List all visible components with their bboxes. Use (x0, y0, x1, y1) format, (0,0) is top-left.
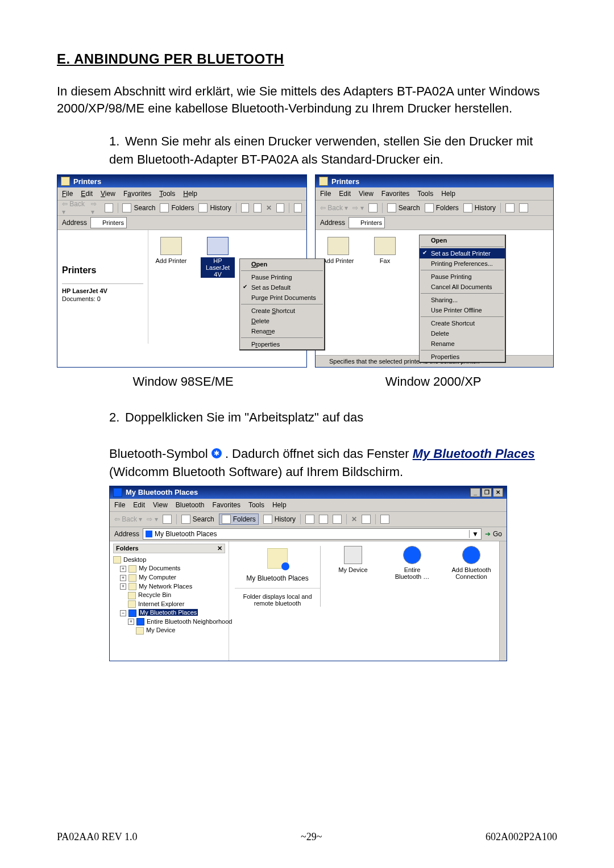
ctx-preferences[interactable]: Printing Preferences... (420, 258, 505, 269)
copy-icon[interactable] (319, 515, 328, 524)
menu-favorites[interactable]: Favorites (123, 190, 151, 198)
menu-tools[interactable]: Tools (248, 501, 264, 509)
ctx-rename[interactable]: Rename (420, 339, 505, 349)
tree-entire-bt[interactable]: +Entire Bluetooth Neighborhood (113, 617, 225, 627)
address-field[interactable]: Printers (349, 217, 385, 228)
ctx-purge[interactable]: Purge Print Documents (240, 293, 324, 303)
back-button[interactable]: ⇦ Back ▾ (320, 204, 348, 212)
menu-favorites[interactable]: Favorites (381, 190, 409, 198)
ctx-delete[interactable]: Delete (420, 328, 505, 339)
ctx-delete[interactable]: Delete (240, 316, 324, 326)
up-icon[interactable] (163, 515, 172, 524)
menu-tools[interactable]: Tools (159, 190, 175, 198)
tool-icon[interactable] (254, 203, 262, 212)
ctx-properties[interactable]: Properties (240, 339, 324, 349)
ctx-shortcut[interactable]: Create Shortcut (420, 318, 505, 328)
folder-tree[interactable]: Desktop +My Documents +My Computer +My N… (113, 556, 225, 635)
ctx-properties[interactable]: Properties (420, 352, 505, 362)
menu-file[interactable]: File (114, 501, 125, 509)
history-button[interactable]: History (463, 203, 496, 212)
tree-my-computer[interactable]: +My Computer (113, 573, 225, 582)
printer-item-selected[interactable]: HP LaserJet 4V (201, 237, 235, 278)
ctx-open[interactable]: Open (240, 259, 324, 269)
ctx-sharing[interactable]: Sharing... (420, 295, 505, 305)
tree-desktop[interactable]: Desktop (113, 556, 225, 565)
folders-button[interactable]: Folders (219, 514, 259, 525)
go-button[interactable]: ➔Go (485, 530, 502, 538)
cut-icon[interactable] (305, 515, 314, 524)
address-field[interactable]: My Bluetooth Places ▼ (143, 528, 482, 540)
undo-icon[interactable] (276, 203, 284, 212)
menu-help[interactable]: Help (272, 501, 287, 509)
ctx-open[interactable]: Open (420, 235, 505, 245)
menubar[interactable]: File Edit View Favorites Tools Help (57, 187, 306, 201)
maximize-button[interactable]: ❐ (482, 488, 492, 497)
add-printer-item[interactable]: Add Printer (154, 237, 188, 264)
ctx-offline[interactable]: Use Printer Offline (420, 305, 505, 315)
context-menu[interactable]: Open Pause Printing Set as Default Purge… (239, 258, 325, 350)
menu-favorites[interactable]: Favorites (213, 501, 240, 509)
tree-my-device[interactable]: My Device (113, 626, 225, 635)
context-menu[interactable]: Open Set as Default Printer Printing Pre… (419, 235, 506, 363)
menu-edit[interactable]: Edit (81, 190, 93, 198)
properties-icon[interactable] (362, 515, 371, 524)
menu-file[interactable]: File (62, 190, 73, 198)
fax-item[interactable]: Fax (368, 237, 402, 264)
ctx-pause[interactable]: Pause Printing (420, 272, 505, 282)
close-button[interactable]: ✕ (493, 488, 503, 497)
add-printer-item[interactable]: Add Printer (321, 237, 355, 264)
menu-edit[interactable]: Edit (339, 190, 351, 198)
delete-x-icon[interactable]: ✕ (351, 515, 357, 523)
tool-icon[interactable] (505, 203, 515, 212)
menubar[interactable]: File Edit View Favorites Tools Help (316, 187, 553, 201)
back-button[interactable]: ⇦ Back ▾ (114, 515, 142, 523)
search-button[interactable]: Search (387, 203, 420, 212)
tree-recycle-bin[interactable]: Recycle Bin (113, 591, 225, 600)
back-button[interactable]: ⇦ Back ▾ (62, 200, 86, 216)
ctx-rename[interactable]: Rename (240, 326, 324, 336)
dropdown-arrow-icon[interactable]: ▼ (469, 530, 479, 538)
tree-my-documents[interactable]: +My Documents (113, 564, 225, 573)
close-pane-icon[interactable]: ✕ (217, 545, 222, 552)
item-add-connection[interactable]: Add Bluetooth Connection (449, 546, 493, 580)
paste-icon[interactable] (333, 515, 342, 524)
menu-view[interactable]: View (359, 190, 374, 198)
tree-ie[interactable]: Internet Explorer (113, 600, 225, 609)
forward-button[interactable]: ⇨ ▾ (91, 200, 101, 216)
search-button[interactable]: Search (122, 203, 155, 212)
item-entire-bluetooth[interactable]: Entire Bluetooth … (390, 546, 434, 580)
minimize-button[interactable]: _ (470, 488, 480, 497)
up-icon[interactable] (105, 203, 113, 212)
ctx-pause[interactable]: Pause Printing (240, 272, 324, 282)
history-button[interactable]: History (198, 203, 231, 212)
scrollbar[interactable] (499, 541, 507, 661)
folders-button[interactable]: Folders (160, 203, 194, 212)
tree-my-bluetooth-places[interactable]: −My Bluetooth Places (113, 608, 225, 617)
views-icon[interactable] (380, 515, 389, 524)
search-button[interactable]: Search (181, 515, 214, 524)
delete-x-icon[interactable]: ✕ (266, 204, 272, 212)
menu-view[interactable]: View (153, 501, 168, 509)
tree-network-places[interactable]: +My Network Places (113, 582, 225, 591)
forward-button[interactable]: ⇨ ▾ (147, 515, 157, 523)
window-controls[interactable]: _ ❐ ✕ (470, 488, 503, 497)
tool-icon[interactable] (519, 203, 528, 212)
up-icon[interactable] (368, 203, 377, 212)
ctx-cancel-all[interactable]: Cancel All Documents (420, 282, 505, 292)
menu-help[interactable]: Help (441, 190, 455, 198)
ctx-set-default[interactable]: Set as Default (240, 282, 324, 293)
menu-file[interactable]: File (320, 190, 331, 198)
menu-tools[interactable]: Tools (417, 190, 433, 198)
views-icon[interactable] (294, 203, 302, 212)
address-field[interactable]: Printers (90, 217, 127, 228)
menu-view[interactable]: View (101, 190, 115, 198)
history-button[interactable]: History (263, 515, 296, 524)
menu-bluetooth[interactable]: Bluetooth (176, 501, 205, 509)
item-my-device[interactable]: My Device (331, 546, 375, 580)
menu-help[interactable]: Help (183, 190, 197, 198)
forward-button[interactable]: ⇨ ▾ (352, 204, 363, 212)
folders-button[interactable]: Folders (425, 203, 459, 212)
menubar[interactable]: File Edit View Bluetooth Favorites Tools… (110, 499, 507, 512)
menu-edit[interactable]: Edit (133, 501, 145, 509)
ctx-shortcut[interactable]: Create Shortcut (240, 306, 324, 316)
